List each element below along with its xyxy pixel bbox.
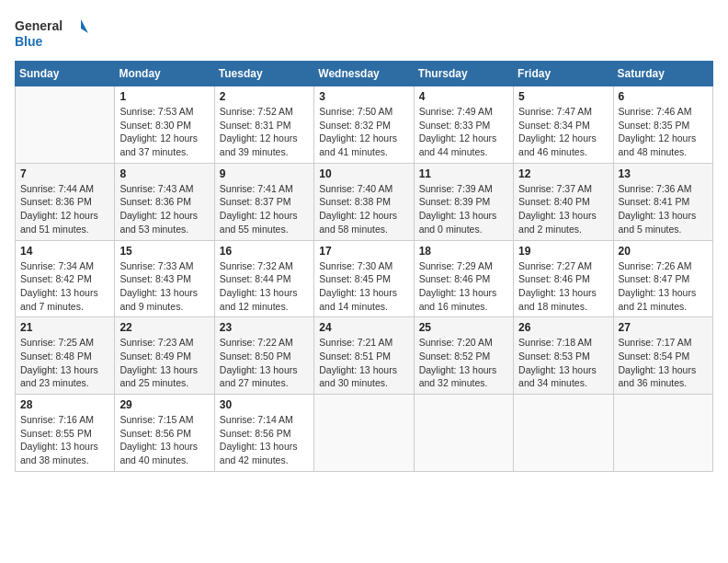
day-info: Sunrise: 7:49 AMSunset: 8:33 PMDaylight:… xyxy=(419,105,508,159)
day-number: 5 xyxy=(518,90,608,103)
day-info: Sunrise: 7:25 AMSunset: 8:48 PMDaylight:… xyxy=(20,336,109,390)
day-info: Sunrise: 7:23 AMSunset: 8:49 PMDaylight:… xyxy=(119,336,209,390)
day-number: 19 xyxy=(518,245,608,258)
day-number: 4 xyxy=(419,90,508,103)
day-info: Sunrise: 7:41 AMSunset: 8:37 PMDaylight:… xyxy=(220,182,309,236)
calendar-cell: 2Sunrise: 7:52 AMSunset: 8:31 PMDaylight… xyxy=(214,86,313,164)
day-info: Sunrise: 7:26 AMSunset: 8:47 PMDaylight:… xyxy=(619,259,708,314)
day-info: Sunrise: 7:43 AMSunset: 8:36 PMDaylight:… xyxy=(119,182,209,236)
calendar-cell: 8Sunrise: 7:43 AMSunset: 8:36 PMDaylight… xyxy=(115,163,214,240)
day-info: Sunrise: 7:29 AMSunset: 8:46 PMDaylight:… xyxy=(419,259,508,314)
calendar-cell: 26Sunrise: 7:18 AMSunset: 8:53 PMDayligh… xyxy=(514,317,613,395)
calendar-cell: 29Sunrise: 7:15 AMSunset: 8:56 PMDayligh… xyxy=(115,395,214,472)
day-number: 6 xyxy=(619,90,708,103)
day-info: Sunrise: 7:27 AMSunset: 8:46 PMDaylight:… xyxy=(518,259,608,314)
calendar-cell: 25Sunrise: 7:20 AMSunset: 8:52 PMDayligh… xyxy=(414,317,513,395)
week-row-5: 28Sunrise: 7:16 AMSunset: 8:55 PMDayligh… xyxy=(16,395,713,472)
day-number: 8 xyxy=(119,167,209,180)
calendar-cell xyxy=(16,86,115,164)
day-number: 28 xyxy=(20,398,109,411)
day-number: 22 xyxy=(119,321,209,334)
calendar-cell: 18Sunrise: 7:29 AMSunset: 8:46 PMDayligh… xyxy=(414,240,513,317)
calendar-cell: 23Sunrise: 7:22 AMSunset: 8:50 PMDayligh… xyxy=(214,317,313,395)
calendar-cell: 28Sunrise: 7:16 AMSunset: 8:55 PMDayligh… xyxy=(16,395,115,472)
day-info: Sunrise: 7:40 AMSunset: 8:38 PMDaylight:… xyxy=(319,182,408,236)
day-number: 16 xyxy=(220,245,309,258)
day-info: Sunrise: 7:53 AMSunset: 8:30 PMDaylight:… xyxy=(119,105,209,159)
calendar-cell: 24Sunrise: 7:21 AMSunset: 8:51 PMDayligh… xyxy=(314,317,414,395)
day-number: 18 xyxy=(419,245,508,258)
calendar-cell xyxy=(514,395,613,472)
calendar-cell: 10Sunrise: 7:40 AMSunset: 8:38 PMDayligh… xyxy=(314,163,414,240)
day-number: 10 xyxy=(319,167,408,180)
header: General Blue xyxy=(15,15,713,52)
day-number: 29 xyxy=(119,398,209,411)
weekday-header-saturday: Saturday xyxy=(613,62,712,86)
svg-text:General: General xyxy=(15,18,63,33)
weekday-header-sunday: Sunday xyxy=(16,62,115,86)
calendar-cell: 27Sunrise: 7:17 AMSunset: 8:54 PMDayligh… xyxy=(613,317,712,395)
day-number: 14 xyxy=(20,245,109,258)
calendar-cell: 15Sunrise: 7:33 AMSunset: 8:43 PMDayligh… xyxy=(115,240,214,317)
calendar-cell: 4Sunrise: 7:49 AMSunset: 8:33 PMDaylight… xyxy=(414,86,513,164)
weekday-header-friday: Friday xyxy=(514,62,613,86)
day-info: Sunrise: 7:22 AMSunset: 8:50 PMDaylight:… xyxy=(220,336,309,390)
day-number: 24 xyxy=(319,321,408,334)
weekday-header-monday: Monday xyxy=(115,62,214,86)
weekday-header-row: SundayMondayTuesdayWednesdayThursdayFrid… xyxy=(16,62,713,86)
calendar-cell: 20Sunrise: 7:26 AMSunset: 8:47 PMDayligh… xyxy=(613,240,712,317)
calendar-cell: 12Sunrise: 7:37 AMSunset: 8:40 PMDayligh… xyxy=(514,163,613,240)
weekday-header-tuesday: Tuesday xyxy=(214,62,313,86)
day-info: Sunrise: 7:46 AMSunset: 8:35 PMDaylight:… xyxy=(619,105,708,159)
calendar-cell: 3Sunrise: 7:50 AMSunset: 8:32 PMDaylight… xyxy=(314,86,414,164)
svg-marker-2 xyxy=(81,19,88,33)
week-row-3: 14Sunrise: 7:34 AMSunset: 8:42 PMDayligh… xyxy=(16,240,713,317)
day-number: 27 xyxy=(619,321,708,334)
day-info: Sunrise: 7:21 AMSunset: 8:51 PMDaylight:… xyxy=(319,336,408,390)
day-info: Sunrise: 7:36 AMSunset: 8:41 PMDaylight:… xyxy=(619,182,708,236)
calendar-cell: 22Sunrise: 7:23 AMSunset: 8:49 PMDayligh… xyxy=(115,317,214,395)
calendar-cell: 19Sunrise: 7:27 AMSunset: 8:46 PMDayligh… xyxy=(514,240,613,317)
week-row-1: 1Sunrise: 7:53 AMSunset: 8:30 PMDaylight… xyxy=(16,86,713,164)
calendar-cell: 14Sunrise: 7:34 AMSunset: 8:42 PMDayligh… xyxy=(16,240,115,317)
calendar-cell: 17Sunrise: 7:30 AMSunset: 8:45 PMDayligh… xyxy=(314,240,414,317)
day-info: Sunrise: 7:47 AMSunset: 8:34 PMDaylight:… xyxy=(518,105,608,159)
day-number: 17 xyxy=(319,245,408,258)
calendar-cell: 13Sunrise: 7:36 AMSunset: 8:41 PMDayligh… xyxy=(613,163,712,240)
day-number: 25 xyxy=(419,321,508,334)
day-info: Sunrise: 7:20 AMSunset: 8:52 PMDaylight:… xyxy=(419,336,508,390)
calendar-cell: 9Sunrise: 7:41 AMSunset: 8:37 PMDaylight… xyxy=(214,163,313,240)
calendar-table: SundayMondayTuesdayWednesdayThursdayFrid… xyxy=(15,61,713,472)
day-number: 11 xyxy=(419,167,508,180)
calendar-cell xyxy=(613,395,712,472)
day-number: 15 xyxy=(119,245,209,258)
day-info: Sunrise: 7:15 AMSunset: 8:56 PMDaylight:… xyxy=(119,413,209,467)
week-row-4: 21Sunrise: 7:25 AMSunset: 8:48 PMDayligh… xyxy=(16,317,713,395)
calendar-cell: 1Sunrise: 7:53 AMSunset: 8:30 PMDaylight… xyxy=(115,86,214,164)
day-number: 12 xyxy=(518,167,608,180)
day-info: Sunrise: 7:52 AMSunset: 8:31 PMDaylight:… xyxy=(220,105,309,159)
calendar-cell: 6Sunrise: 7:46 AMSunset: 8:35 PMDaylight… xyxy=(613,86,712,164)
day-number: 1 xyxy=(119,90,209,103)
calendar-cell: 21Sunrise: 7:25 AMSunset: 8:48 PMDayligh… xyxy=(16,317,115,395)
day-number: 26 xyxy=(518,321,608,334)
day-info: Sunrise: 7:50 AMSunset: 8:32 PMDaylight:… xyxy=(319,105,408,159)
day-number: 30 xyxy=(220,398,309,411)
calendar-cell: 30Sunrise: 7:14 AMSunset: 8:56 PMDayligh… xyxy=(214,395,313,472)
day-info: Sunrise: 7:34 AMSunset: 8:42 PMDaylight:… xyxy=(20,259,109,314)
day-number: 13 xyxy=(619,167,708,180)
calendar-cell xyxy=(314,395,414,472)
day-info: Sunrise: 7:32 AMSunset: 8:44 PMDaylight:… xyxy=(220,259,309,314)
svg-text:Blue: Blue xyxy=(15,34,43,49)
day-number: 21 xyxy=(20,321,109,334)
day-info: Sunrise: 7:33 AMSunset: 8:43 PMDaylight:… xyxy=(119,259,209,314)
day-info: Sunrise: 7:30 AMSunset: 8:45 PMDaylight:… xyxy=(319,259,408,314)
day-info: Sunrise: 7:14 AMSunset: 8:56 PMDaylight:… xyxy=(220,413,309,467)
logo: General Blue xyxy=(15,15,88,52)
day-info: Sunrise: 7:44 AMSunset: 8:36 PMDaylight:… xyxy=(20,182,109,236)
calendar-cell: 16Sunrise: 7:32 AMSunset: 8:44 PMDayligh… xyxy=(214,240,313,317)
day-info: Sunrise: 7:16 AMSunset: 8:55 PMDaylight:… xyxy=(20,413,109,467)
calendar-cell: 7Sunrise: 7:44 AMSunset: 8:36 PMDaylight… xyxy=(16,163,115,240)
day-number: 9 xyxy=(220,167,309,180)
calendar-cell: 11Sunrise: 7:39 AMSunset: 8:39 PMDayligh… xyxy=(414,163,513,240)
